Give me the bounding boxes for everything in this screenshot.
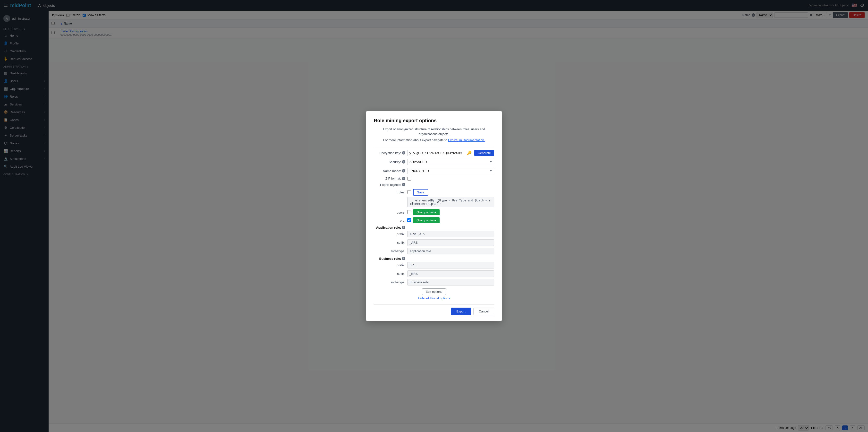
business-role-archetype-label: archetype: xyxy=(374,280,405,284)
business-role-suffix-input xyxy=(407,271,494,277)
org-checkbox[interactable] xyxy=(407,218,411,222)
security-label: Security: i xyxy=(374,160,405,164)
business-role-suffix-label: suffix: xyxy=(374,272,405,276)
security-select-wrap: ADVANCED BASIC NONE ▼ xyxy=(407,159,494,165)
key-icon-button[interactable]: 🔑 xyxy=(466,150,472,156)
encryption-key-label: Encryption key: i xyxy=(374,151,405,155)
export-objects-header-row: Export objects: i xyxy=(374,183,494,187)
zip-format-info-icon: i xyxy=(402,177,405,180)
app-role-prefix-row: prefix: xyxy=(374,231,494,237)
org-controls: Query options xyxy=(407,217,494,223)
users-content: Query options xyxy=(407,209,494,215)
roles-query-text: . referencedBy (@type = UserType and @pa… xyxy=(407,197,494,207)
app-role-suffix-row: suffix: xyxy=(374,239,494,246)
modal-description: Export of anonymized structure of relati… xyxy=(374,127,494,136)
business-role-info-icon: i xyxy=(402,257,405,260)
app-role-info-icon: i xyxy=(402,226,405,229)
name-mode-label: Name mode: i xyxy=(374,169,405,173)
business-role-prefix-row: prefix: xyxy=(374,262,494,269)
name-mode-select-wrap: ENCRYPTED ORIGINAL SEQUENTIAL ▼ xyxy=(407,168,494,174)
generate-button[interactable]: Generate xyxy=(474,150,494,156)
edit-options-wrap: Edit options xyxy=(374,288,494,295)
app-role-suffix-input xyxy=(407,239,494,246)
roles-save-button[interactable]: Save xyxy=(413,189,428,195)
modal-cancel-button[interactable]: Cancel xyxy=(473,308,494,315)
org-export-row: org: Query options xyxy=(374,217,494,223)
roles-content: Save . referencedBy (@type = UserType an… xyxy=(407,189,494,207)
business-role-archetype-row: archetype: xyxy=(374,279,494,285)
name-mode-info-icon: i xyxy=(402,169,405,173)
business-role-section-header: Business role: i xyxy=(374,257,494,260)
business-role-section-label: Business role: i xyxy=(374,257,405,260)
doc-link[interactable]: Evolveum Documentation. xyxy=(448,138,485,142)
users-label: users: xyxy=(374,209,405,214)
roles-label: roles: xyxy=(374,189,405,194)
org-content: Query options xyxy=(407,217,494,223)
users-export-row: users: Query options xyxy=(374,209,494,215)
security-row: Security: i ADVANCED BASIC NONE ▼ xyxy=(374,159,494,165)
modal-divider xyxy=(374,146,494,146)
modal-footer: Export Cancel xyxy=(374,304,494,315)
business-role-prefix-input xyxy=(407,262,494,269)
app-role-section-label: Application role: i xyxy=(374,226,405,229)
encryption-key-info-icon: i xyxy=(402,151,405,155)
encryption-key-input[interactable] xyxy=(407,150,464,156)
business-role-suffix-row: suffix: xyxy=(374,271,494,277)
org-label: org: xyxy=(374,217,405,222)
roles-controls: Save xyxy=(407,189,494,195)
roles-checkbox[interactable] xyxy=(407,190,411,194)
app-role-prefix-label: prefix: xyxy=(374,232,405,236)
business-role-prefix-label: prefix: xyxy=(374,264,405,267)
app-role-section-header: Application role: i xyxy=(374,226,494,229)
modal-overlay: Role mining export options Export of ano… xyxy=(0,0,868,432)
app-role-prefix-input xyxy=(407,231,494,237)
hide-additional-link[interactable]: Hide additional options xyxy=(374,297,494,300)
app-role-archetype-label: archetype: xyxy=(374,249,405,253)
app-role-archetype-row: archetype: xyxy=(374,248,494,254)
encryption-key-row: Encryption key: i 🔑 Generate xyxy=(374,150,494,156)
modal-doc-link-row: For more information about export naviga… xyxy=(374,138,494,143)
security-select[interactable]: ADVANCED BASIC NONE xyxy=(407,159,494,165)
security-info-icon: i xyxy=(402,160,405,163)
modal: Role mining export options Export of ano… xyxy=(366,111,502,321)
zip-format-label: ZIP format: i xyxy=(374,177,405,180)
app-role-suffix-label: suffix: xyxy=(374,241,405,244)
edit-options-button[interactable]: Edit options xyxy=(422,288,446,295)
zip-format-checkbox[interactable] xyxy=(407,177,411,181)
modal-export-button[interactable]: Export xyxy=(451,308,471,315)
roles-export-row: roles: Save . referencedBy (@type = User… xyxy=(374,189,494,207)
modal-title: Role mining export options xyxy=(374,118,494,123)
org-query-button[interactable]: Query options xyxy=(413,217,440,223)
users-controls: Query options xyxy=(407,209,494,215)
app-role-archetype-input xyxy=(407,248,494,254)
export-objects-info-icon: i xyxy=(402,183,405,186)
zip-format-row: ZIP format: i xyxy=(374,177,494,181)
name-mode-select[interactable]: ENCRYPTED ORIGINAL SEQUENTIAL xyxy=(407,168,494,174)
export-objects-label: Export objects: i xyxy=(374,183,405,187)
name-mode-row: Name mode: i ENCRYPTED ORIGINAL SEQUENTI… xyxy=(374,168,494,174)
users-query-button[interactable]: Query options xyxy=(413,209,440,215)
users-checkbox[interactable] xyxy=(407,210,411,214)
business-role-archetype-input xyxy=(407,279,494,285)
